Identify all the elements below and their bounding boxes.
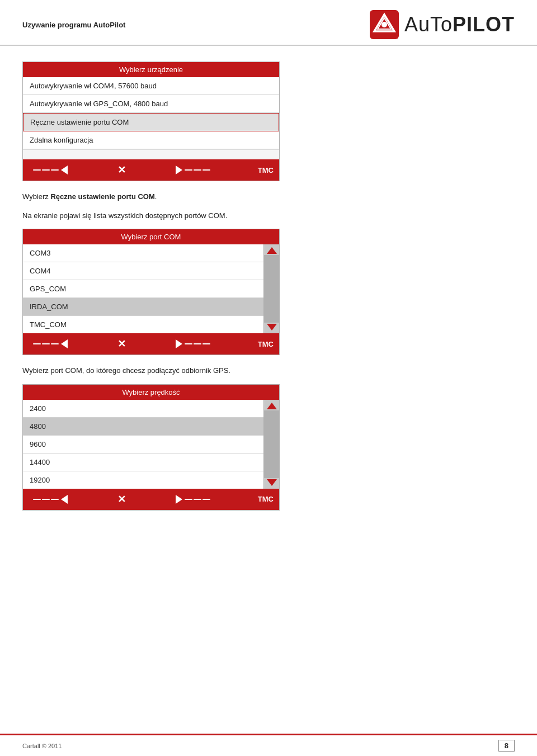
dialog2-list: COM3 COM4 GPS_COM IRDA_COM TMC_COM (23, 244, 263, 333)
logo-area: AuToPILOT (370, 10, 515, 39)
dialog1-footer: ✕ TMC (23, 159, 279, 181)
autopilot-logo-icon (370, 10, 399, 39)
dialog3-title: Wybierz prędkość (23, 385, 279, 400)
dialog3-scroll-up-icon[interactable] (267, 403, 277, 409)
dialog2-back-arrow-icon (61, 339, 68, 348)
dialog2-forward-button[interactable] (171, 338, 215, 350)
dialog2-back-button[interactable] (29, 338, 72, 350)
cancel-x-icon: ✕ (117, 164, 126, 176)
page-number: 8 (498, 740, 515, 752)
paragraph3: Wybierz port COM, do którego chcesz podł… (22, 365, 515, 376)
dialog3-item-19200[interactable]: 19200 (23, 471, 263, 489)
dialog-wybierz-predkosc: Wybierz prędkość 2400 4800 9600 14400 19… (22, 384, 280, 511)
paragraph1: Wybierz Ręczne ustawienie portu COM. (22, 191, 515, 202)
dialog3-cancel-button[interactable]: ✕ (113, 492, 130, 507)
dialog2-footer: ✕ TMC (23, 333, 279, 355)
dialog2-item-com4[interactable]: COM4 (23, 262, 263, 280)
page-header: Uzywanie programu AutoPilot AuToPILOT (0, 0, 537, 46)
dialog1-item-0[interactable]: Autowykrywanie wł COM4, 57600 baud (23, 77, 279, 95)
dialog3-item-9600[interactable]: 9600 (23, 436, 263, 453)
dialog1-tmc-label: TMC (258, 166, 274, 174)
dialog3-scrollbar (263, 400, 279, 489)
page-title: Uzywanie programu AutoPilot (22, 21, 125, 29)
dialog2-body: COM3 COM4 GPS_COM IRDA_COM TMC_COM (23, 244, 279, 333)
para3-text: Wybierz port COM, do którego chcesz podł… (22, 366, 230, 375)
dialog-wybierz-port-com: Wybierz port COM COM3 COM4 GPS_COM IRDA_… (22, 229, 280, 355)
dialog1-title: Wybierz urządzenie (23, 62, 279, 77)
dialog2-tmc-label: TMC (258, 340, 274, 348)
dialog1-item-2[interactable]: Ręczne ustawienie portu COM (23, 113, 279, 131)
dialog1-back-button[interactable] (29, 164, 72, 176)
dialog3-forward-button[interactable] (171, 493, 215, 505)
forward-arrow-icon (176, 166, 182, 174)
dialog3-list: 2400 4800 9600 14400 19200 (23, 400, 263, 489)
dialog3-scroll-down-icon[interactable] (267, 479, 277, 486)
dialog2-cancel-x-icon: ✕ (117, 338, 126, 350)
para2-text: Na ekranie pojawi się lista wszystkich d… (22, 211, 227, 220)
page-footer: Cartall © 2011 8 (0, 734, 537, 756)
dialog3-cancel-x-icon: ✕ (117, 493, 126, 505)
scroll-up-icon[interactable] (267, 247, 277, 254)
para1-bold: Ręczne ustawienie portu COM (50, 192, 154, 201)
dialog2-item-tmccom[interactable]: TMC_COM (23, 316, 263, 333)
para1-text: Wybierz (22, 192, 50, 201)
dialog-wybierz-urzadzenie: Wybierz urządzenie Autowykrywanie wł COM… (22, 62, 280, 181)
scroll-down-icon[interactable] (267, 324, 277, 330)
dialog2-item-irdacom[interactable]: IRDA_COM (23, 298, 263, 316)
dialog1-cancel-button[interactable]: ✕ (113, 162, 130, 178)
dialog2-scrollbar (263, 244, 279, 333)
dialog3-item-14400[interactable]: 14400 (23, 453, 263, 471)
logo-text: AuToPILOT (404, 13, 515, 36)
forward-dashes (185, 169, 210, 171)
dialog3-back-arrow-icon (61, 495, 68, 504)
main-content: Wybierz urządzenie Autowykrywanie wł COM… (0, 46, 537, 554)
para1-end: . (155, 192, 157, 201)
back-arrow-icon (61, 166, 68, 174)
dialog3-item-4800[interactable]: 4800 (23, 418, 263, 436)
dialog3-footer: ✕ TMC (23, 489, 279, 510)
dialog2-item-gpscom[interactable]: GPS_COM (23, 280, 263, 298)
dialog2-item-com3[interactable]: COM3 (23, 244, 263, 262)
dialog3-tmc-label: TMC (258, 495, 274, 503)
dialog1-forward-button[interactable] (171, 164, 215, 176)
svg-point-3 (381, 22, 387, 27)
dialog2-cancel-button[interactable]: ✕ (113, 336, 130, 352)
dialog3-scroll-track (264, 410, 279, 478)
dialog1-item-3[interactable]: Zdalna konfiguracja (23, 131, 279, 149)
dialog3-forward-arrow-icon (176, 495, 182, 504)
dialog3-back-button[interactable] (29, 493, 72, 505)
dialog2-title: Wybierz port COM (23, 229, 279, 244)
paragraph2: Na ekranie pojawi się lista wszystkich d… (22, 210, 515, 221)
scroll-track (264, 255, 279, 323)
dialog3-item-2400[interactable]: 2400 (23, 400, 263, 418)
dialog1-item-1[interactable]: Autowykrywanie wł GPS_COM, 4800 baud (23, 95, 279, 113)
copyright-text: Cartall © 2011 (22, 743, 62, 749)
back-dashes (33, 169, 59, 171)
dialog2-forward-arrow-icon (176, 339, 182, 348)
dialog3-body: 2400 4800 9600 14400 19200 (23, 400, 279, 489)
